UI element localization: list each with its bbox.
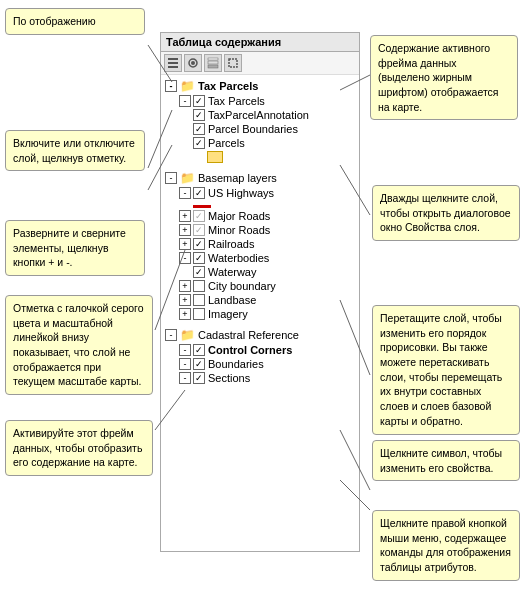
toc-header: Таблица содержания (161, 33, 359, 52)
tooltip-toggle-layer: Включите или отключите слой, щелкнув отм… (5, 130, 145, 171)
layer-tax-parcel-annotation[interactable]: TaxParcelAnnotation (161, 108, 359, 122)
label-control-corners: Control Corners (208, 344, 292, 356)
symbol-parcels[interactable] (207, 151, 223, 163)
expand-landbase[interactable]: + (179, 294, 191, 306)
checkbox-annotation[interactable] (193, 109, 205, 121)
toolbar-selection-btn[interactable] (224, 54, 242, 72)
legend-us-highways[interactable] (161, 200, 359, 209)
checkbox-parcels[interactable] (193, 137, 205, 149)
toolbar-source-btn[interactable] (204, 54, 222, 72)
layer-railroads[interactable]: + Railroads (161, 237, 359, 251)
group-header-basemap[interactable]: - 📁 Basemap layers (161, 170, 359, 186)
checkbox-us-highways[interactable] (193, 187, 205, 199)
folder-icon-basemap: 📁 (179, 171, 195, 185)
checkbox-imagery[interactable] (193, 308, 205, 320)
checkbox-city-boundary[interactable] (193, 280, 205, 292)
tooltip-double-click: Дважды щелкните слой, чтобы открыть диал… (372, 185, 520, 241)
layer-city-boundary[interactable]: + City boundary (161, 279, 359, 293)
expand-btn-tax-parcels[interactable]: - (179, 95, 191, 107)
tooltip-text: Разверните и сверните элементы, щелкнув … (13, 227, 126, 268)
layer-parcels[interactable]: Parcels (161, 136, 359, 150)
checkbox-railroads[interactable] (193, 238, 205, 250)
group-header-cadastral[interactable]: - 📁 Cadastral Reference (161, 327, 359, 343)
label-railroads: Railroads (208, 238, 254, 250)
layer-parcel-boundaries[interactable]: Parcel Boundaries (161, 122, 359, 136)
toc-content: - 📁 Tax Parcels - Tax Parcels TaxParcelA… (161, 75, 359, 543)
tooltip-expand-collapse: Разверните и сверните элементы, щелкнув … (5, 220, 145, 276)
svg-rect-15 (208, 65, 218, 68)
expand-boundaries[interactable]: - (179, 358, 191, 370)
expand-major-roads[interactable]: + (179, 210, 191, 222)
svg-rect-18 (229, 59, 237, 67)
label-sections: Sections (208, 372, 250, 384)
expand-control-corners[interactable]: - (179, 344, 191, 356)
group-cadastral: - 📁 Cadastral Reference - Control Corner… (161, 327, 359, 385)
tooltip-text: Включите или отключите слой, щелкнув отм… (13, 137, 135, 164)
label-parcel-boundaries: Parcel Boundaries (208, 123, 298, 135)
expand-sections[interactable]: - (179, 372, 191, 384)
expand-imagery[interactable]: + (179, 308, 191, 320)
layer-us-highways[interactable]: - US Highways (161, 186, 359, 200)
checkbox-control-corners[interactable] (193, 344, 205, 356)
layer-landbase[interactable]: + Landbase (161, 293, 359, 307)
expand-basemap[interactable]: - (165, 172, 177, 184)
checkbox-waterbodies[interactable] (193, 252, 205, 264)
label-major-roads: Major Roads (208, 210, 270, 222)
label-us-highways: US Highways (208, 187, 274, 199)
toolbar-list-btn[interactable] (164, 54, 182, 72)
expand-waterbodies[interactable]: - (179, 252, 191, 264)
tooltip-text: По отображению (13, 15, 96, 27)
checkbox-parcel-boundaries[interactable] (193, 123, 205, 135)
layer-imagery[interactable]: + Imagery (161, 307, 359, 321)
tooltip-text: Дважды щелкните слой, чтобы открыть диал… (380, 192, 511, 233)
label-minor-roads: Minor Roads (208, 224, 270, 236)
expand-railroads[interactable]: + (179, 238, 191, 250)
layer-waterbodies[interactable]: - Waterbodies (161, 251, 359, 265)
label-waterbodies: Waterbodies (208, 252, 269, 264)
svg-rect-17 (208, 58, 218, 60)
symbol-us-highways[interactable] (193, 205, 211, 208)
checkbox-tax-parcels[interactable] (193, 95, 205, 107)
layer-minor-roads[interactable]: + Minor Roads (161, 223, 359, 237)
group-label-cadastral: Cadastral Reference (198, 329, 299, 341)
expand-minor-roads[interactable]: + (179, 224, 191, 236)
tooltip-active-frame: Содержание активного фрейма данных (выде… (370, 35, 518, 120)
checkbox-minor-roads[interactable] (193, 224, 205, 236)
folder-icon-tax-parcels: 📁 (179, 79, 195, 93)
expand-us-highways[interactable]: - (179, 187, 191, 199)
toc-toolbar (161, 52, 359, 75)
group-tax-parcels: - 📁 Tax Parcels - Tax Parcels TaxParcelA… (161, 78, 359, 164)
layer-control-corners[interactable]: - Control Corners (161, 343, 359, 357)
group-basemap: - 📁 Basemap layers - US Highways + Major… (161, 170, 359, 321)
layer-major-roads[interactable]: + Major Roads (161, 209, 359, 223)
checkbox-boundaries[interactable] (193, 358, 205, 370)
legend-parcels[interactable] (161, 150, 359, 164)
checkbox-landbase[interactable] (193, 294, 205, 306)
label-tax-parcels: Tax Parcels (208, 95, 265, 107)
layer-tax-parcels[interactable]: - Tax Parcels (161, 94, 359, 108)
group-header-tax-parcels[interactable]: - 📁 Tax Parcels (161, 78, 359, 94)
tooltip-text: Содержание активного фрейма данных (выде… (378, 42, 499, 113)
svg-rect-11 (168, 62, 178, 64)
expand-tax-parcels[interactable]: - (165, 80, 177, 92)
svg-rect-16 (208, 61, 218, 64)
checkbox-major-roads[interactable] (193, 210, 205, 222)
tooltip-symbol: Щелкните символ, чтобы изменить его свой… (372, 440, 520, 481)
checkbox-waterway[interactable] (193, 266, 205, 278)
svg-rect-12 (168, 66, 178, 68)
toolbar-visibility-btn[interactable] (184, 54, 202, 72)
layer-waterway[interactable]: Waterway (161, 265, 359, 279)
label-annotation: TaxParcelAnnotation (208, 109, 309, 121)
svg-point-14 (191, 61, 195, 65)
tooltip-text: Активируйте этот фрейм данных, чтобы ото… (13, 427, 142, 468)
layer-boundaries[interactable]: - Boundaries (161, 357, 359, 371)
checkbox-sections[interactable] (193, 372, 205, 384)
tooltip-text: Щелкните правой кнопкой мыши меню, содер… (380, 517, 511, 573)
toc-panel: Таблица содержания - 📁 Tax Parcels - (160, 32, 360, 552)
expand-city-boundary[interactable]: + (179, 280, 191, 292)
tooltip-text: Перетащите слой, чтобы изменить его поря… (380, 312, 502, 427)
tooltip-text: Отметка с галочкой серого цвета и масшта… (13, 302, 144, 387)
layer-sections[interactable]: - Sections (161, 371, 359, 385)
expand-cadastral[interactable]: - (165, 329, 177, 341)
toc-title: Таблица содержания (166, 36, 281, 48)
